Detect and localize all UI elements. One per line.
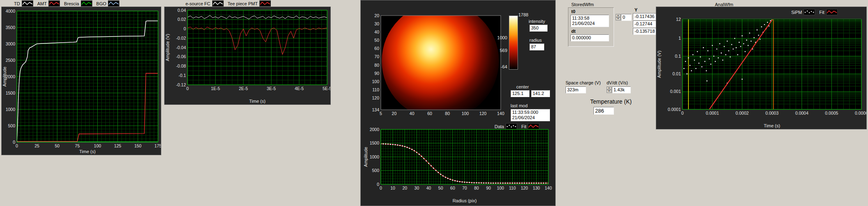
legend-item-amt[interactable]: AMT	[37, 0, 60, 7]
array-element-1[interactable]: -0.12744	[633, 20, 658, 27]
labview-front-panel: TDAMTBresciaBGO 025507510012515017505001…	[0, 0, 868, 206]
svg-text:0: 0	[13, 140, 15, 145]
svg-text:20: 20	[392, 111, 397, 116]
legend-label: Tee piece PMT	[228, 1, 258, 6]
legend-label: e-source FC	[186, 1, 211, 6]
line-plot-icon	[259, 0, 271, 7]
dt-value[interactable]: 0.000000	[570, 34, 609, 41]
dvdt-value[interactable]: 1.43k	[612, 86, 631, 93]
lastmod-time: 11:33:59.000	[512, 110, 548, 115]
svg-text:150: 150	[134, 143, 142, 148]
temperature-value[interactable]: 286	[593, 107, 614, 115]
svg-text:70: 70	[462, 186, 467, 190]
svg-text:4E-5: 4E-5	[295, 86, 304, 91]
svg-text:60: 60	[427, 111, 432, 116]
legend-item-td[interactable]: TD	[14, 0, 33, 7]
svg-text:90: 90	[374, 71, 379, 76]
svg-text:120: 120	[479, 111, 487, 116]
svg-text:-0.02: -0.02	[176, 36, 186, 41]
svg-text:Time (s): Time (s)	[764, 123, 780, 128]
svg-text:0.01: 0.01	[673, 71, 681, 76]
radial-profile-chart[interactable]: 0102030405060708090100110120130140050010…	[363, 124, 553, 204]
svg-text:0: 0	[186, 86, 189, 91]
array-element-2[interactable]: -0.135718	[633, 28, 658, 35]
array-element-0[interactable]: -0.117436	[633, 13, 658, 20]
td-chart-panel: 0255075100125150175050010001500200025003…	[1, 7, 161, 155]
svg-text:0.02: 0.02	[178, 17, 186, 22]
svg-text:40: 40	[410, 111, 415, 116]
svg-text:40: 40	[374, 29, 379, 34]
svg-text:3E-5: 3E-5	[267, 86, 276, 91]
spinner-down-icon[interactable]: ▾	[607, 90, 611, 93]
svg-text:-0.08: -0.08	[176, 63, 186, 68]
color-scale[interactable]	[509, 16, 518, 70]
svg-text:60: 60	[450, 186, 455, 190]
beam-intensity-graph[interactable]: 5204060801001201402030405060708090100110…	[364, 9, 506, 122]
fc-pmt-chart[interactable]: 01E-52E-53E-54E-55E-50.040.020-0.02-0.04…	[165, 7, 330, 104]
dots-plot-icon	[804, 9, 815, 15]
lastmod-date: 21/06/2024	[512, 115, 548, 120]
legend-label: Fit	[819, 10, 824, 15]
svg-text:500: 500	[8, 123, 15, 128]
t0-time: 11:33:58	[572, 16, 607, 21]
td-chart-legend: TDAMTBresciaBGO	[14, 0, 119, 7]
t0-date: 21/06/2024	[572, 21, 607, 26]
intensity-label: intensity	[529, 19, 545, 24]
svg-text:1500: 1500	[6, 91, 16, 95]
svg-text:0.0001: 0.0001	[706, 111, 719, 115]
svg-text:2000: 2000	[370, 127, 380, 132]
y-array-label: Y	[634, 7, 637, 12]
svg-text:0: 0	[681, 111, 684, 115]
legend-item-sipm[interactable]: SiPM	[791, 9, 815, 15]
space-charge-value[interactable]: 323m	[566, 86, 586, 93]
fc-chart-panel: 01E-52E-53E-54E-55E-50.040.020-0.02-0.04…	[164, 7, 331, 105]
svg-text:50: 50	[438, 186, 443, 190]
svg-text:80: 80	[445, 111, 450, 116]
analwfm-chart[interactable]: 00.00010.00020.00030.00040.00050.0006121…	[656, 7, 866, 129]
legend-item-e-source-fc[interactable]: e-source FC	[186, 0, 224, 7]
svg-text:0.0004: 0.0004	[795, 111, 808, 115]
legend-item-bgo[interactable]: BGO	[96, 0, 119, 7]
fc-chart-legend: e-source FCTee piece PMT	[186, 0, 271, 7]
spinner-up-icon[interactable]: ▴	[616, 14, 621, 17]
svg-text:0.0005: 0.0005	[825, 111, 838, 115]
svg-text:1E-5: 1E-5	[211, 86, 220, 91]
dt-label: dt	[571, 29, 575, 34]
intensity-value[interactable]: 350	[529, 25, 547, 32]
svg-text:Time (s): Time (s)	[79, 149, 96, 154]
td-amplitude-chart[interactable]: 0255075100125150175050010001500200025003…	[2, 7, 161, 155]
analwfm-chart-panel: 00.00010.00020.00030.00040.00050.0006121…	[656, 7, 867, 129]
spinner-down-icon[interactable]: ▾	[616, 17, 621, 20]
dvdt-spinner[interactable]: ▴▾	[607, 86, 611, 93]
center-label: center	[516, 84, 529, 89]
array-index-value[interactable]: 0	[621, 14, 632, 21]
t0-value[interactable]: 11:33:58 21/06/2024	[570, 15, 609, 27]
legend-label: TD	[14, 1, 20, 6]
line-plot-icon	[48, 0, 60, 7]
center-y-value[interactable]: 141.2	[531, 90, 550, 97]
svg-text:4000: 4000	[6, 9, 16, 14]
dvdt-label: dV/dt (V/s)	[607, 80, 628, 85]
legend-item-fit[interactable]: Fit	[819, 9, 837, 15]
color-scale-max: 1788	[518, 12, 528, 17]
array-index-spinner[interactable]: ▴▾	[616, 14, 621, 21]
legend-item-tee-piece-pmt[interactable]: Tee piece PMT	[228, 0, 271, 7]
lastmod-label: last mod	[511, 103, 528, 108]
svg-text:40: 40	[426, 186, 431, 190]
svg-text:0: 0	[377, 182, 379, 187]
svg-text:1500: 1500	[370, 140, 380, 145]
svg-text:120: 120	[372, 95, 379, 100]
svg-text:0.0006: 0.0006	[855, 111, 866, 115]
spinner-up-icon[interactable]: ▴	[607, 86, 611, 90]
line-plot-icon	[212, 0, 224, 7]
legend-item-brescia[interactable]: Brescia	[64, 0, 92, 7]
temperature-label: Temperature (K)	[590, 98, 632, 105]
center-x-value[interactable]: 125.1	[511, 90, 529, 97]
line-plot-icon	[81, 0, 92, 7]
svg-text:30: 30	[374, 21, 379, 26]
svg-text:0.0002: 0.0002	[735, 111, 749, 115]
radius-value[interactable]: 87	[529, 43, 544, 50]
svg-text:80: 80	[374, 63, 379, 68]
svg-text:2E-5: 2E-5	[239, 86, 248, 91]
svg-text:70: 70	[374, 54, 379, 59]
